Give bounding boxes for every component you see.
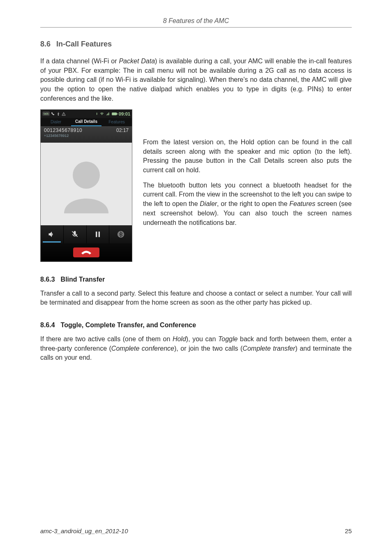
text: If there are two active calls (one of th… xyxy=(40,335,173,342)
svg-rect-5 xyxy=(96,231,97,237)
call-number-primary: 0012345678910 xyxy=(44,127,82,133)
status-left: talk xyxy=(42,111,66,116)
hold-button[interactable] xyxy=(87,225,110,243)
subsection-title: Toggle, Complete Transfer, and Conferenc… xyxy=(61,321,196,328)
text: If a data channel (Wi-Fi or xyxy=(40,58,119,65)
warning-icon xyxy=(62,112,66,116)
toggle-transfer-conference-paragraph: If there are two active calls (one of th… xyxy=(40,335,352,363)
tab-call-details[interactable]: Call Details xyxy=(71,118,101,126)
subsection-number: 8.6.3 xyxy=(40,276,55,283)
avatar-placeholder-icon xyxy=(55,153,117,215)
hangup-icon xyxy=(81,249,92,256)
section-heading-8-6-3: 8.6.3Blind Transfer xyxy=(40,276,352,283)
bluetooth-swipe-paragraph: The bluetooth button lets you connect a … xyxy=(143,181,352,228)
contact-portrait xyxy=(41,143,132,225)
text: ), or join the two calls ( xyxy=(174,345,242,352)
tab-dialer[interactable]: Dialer xyxy=(41,118,71,126)
hold-explanation-paragraph: From the latest version on, the Hold opt… xyxy=(143,138,352,175)
call-duration: 02:17 xyxy=(116,127,129,133)
hangup-bar xyxy=(41,243,132,261)
bluetooth-status-icon xyxy=(95,112,98,116)
svg-point-3 xyxy=(73,162,100,189)
subsection-number: 8.6.4 xyxy=(40,321,55,328)
header-rule xyxy=(40,27,352,28)
mic-mute-icon xyxy=(71,230,79,238)
blind-transfer-paragraph: Transfer a call to a second party. Selec… xyxy=(40,289,352,308)
speaker-icon xyxy=(48,230,56,238)
document-id: amc-3_android_ug_en_2012-10 xyxy=(40,527,128,534)
section-intro-paragraph: If a data channel (Wi-Fi or Packet Data)… xyxy=(40,57,352,104)
mute-button[interactable] xyxy=(64,225,87,243)
text-italic: Dialer xyxy=(200,200,217,207)
pause-icon xyxy=(94,230,102,238)
talk-badge-icon: talk xyxy=(42,111,50,116)
section-title: In-Call Features xyxy=(56,40,112,48)
call-info-bar: 0012345678910 +12345678912 02:17 xyxy=(41,126,132,143)
status-clock: 09:01 xyxy=(119,111,130,116)
running-head: 8 Features of the AMC xyxy=(40,17,352,27)
screen-tabs: Dialer Call Details Features xyxy=(41,118,132,126)
page-footer: amc-3_android_ug_en_2012-10 25 xyxy=(40,527,352,534)
svg-rect-2 xyxy=(112,113,116,115)
section-heading-8-6: 8.6In-Call Features xyxy=(40,40,352,49)
svg-rect-1 xyxy=(117,113,117,114)
battery-icon xyxy=(112,112,118,116)
bluetooth-button[interactable] xyxy=(109,225,132,243)
section-heading-8-6-4: 8.6.4Toggle, Complete Transfer, and Conf… xyxy=(40,321,352,329)
bluetooth-icon xyxy=(117,231,125,238)
svg-rect-6 xyxy=(99,231,100,237)
signal-icon xyxy=(106,112,111,116)
call-number-secondary: +12345678912 xyxy=(44,134,82,138)
tab-features[interactable]: Features xyxy=(101,118,132,126)
text-italic: Complete conference xyxy=(111,345,174,352)
text: , or the right to open the xyxy=(217,200,289,207)
text-italic: Complete transfer xyxy=(242,345,295,352)
text: ), you can xyxy=(186,335,218,342)
page-number: 25 xyxy=(345,527,352,534)
screenshot-call-details: talk 09:01 Dialer Call Details Features xyxy=(40,109,132,262)
text-italic: Packet Data xyxy=(119,58,155,65)
phone-icon xyxy=(51,112,55,116)
section-number: 8.6 xyxy=(40,40,51,48)
speaker-button[interactable] xyxy=(41,225,64,243)
text-italic: Features xyxy=(289,200,315,207)
usb-icon xyxy=(56,112,60,116)
text-italic: Toggle xyxy=(218,335,238,342)
status-bar: talk 09:01 xyxy=(41,110,132,118)
wifi-icon xyxy=(99,112,104,116)
subsection-title: Blind Transfer xyxy=(61,276,105,283)
in-call-controls xyxy=(41,225,132,243)
status-right: 09:01 xyxy=(95,111,130,116)
hangup-button[interactable] xyxy=(73,247,99,257)
text-italic: Hold xyxy=(173,335,186,342)
